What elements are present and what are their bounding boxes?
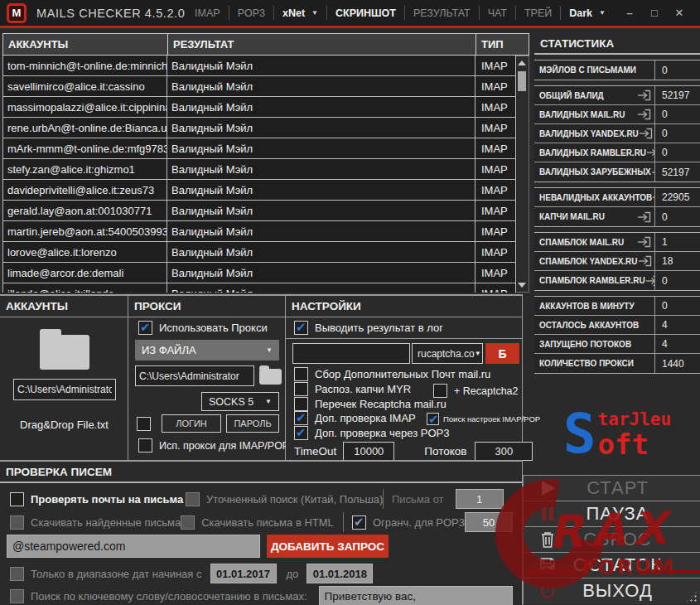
recaptcha2-checkbox[interactable] xyxy=(433,384,447,398)
stat-row: КАПЧИ MAIL.RU0 xyxy=(534,207,700,226)
imap-settings-search-checkbox[interactable] xyxy=(427,413,439,425)
add-query-button[interactable]: ДОБАВИТЬ ЗАПРОС xyxy=(267,535,389,558)
scrollbar-thumb[interactable] xyxy=(518,71,526,91)
table-row[interactable]: stefy.zan@alice.it:ghizmo1Валидный МэйлI… xyxy=(2,159,516,180)
menu-item-5[interactable]: ЧАТ xyxy=(488,7,507,19)
export-icon[interactable] xyxy=(639,128,653,139)
window-controls: – □ ✕ xyxy=(617,7,692,19)
table-row[interactable]: lorove@alice.it:lorenzoВалидный МэйлIMAP xyxy=(2,242,516,263)
download-html-checkbox[interactable] xyxy=(181,515,195,530)
menu-item-6[interactable]: ТРЕЙ xyxy=(524,7,552,19)
table-row[interactable]: savellimirco@alice.it:cassinoВалидный Мэ… xyxy=(2,76,516,97)
export-icon[interactable] xyxy=(637,211,651,223)
app-title: MAILS CHECKER 4.5.2.0 xyxy=(36,7,185,20)
letters-from-input[interactable] xyxy=(456,489,504,509)
reset-button[interactable]: СБРОС xyxy=(524,526,700,552)
proxy-file-input[interactable] xyxy=(135,365,254,386)
threads-input[interactable] xyxy=(475,442,533,461)
download-found-checkbox[interactable] xyxy=(10,515,24,530)
scroll-down-icon[interactable] xyxy=(516,279,528,291)
titlebar-menu: IMAPPOP3xNet▼СКРИНШОТРЕЗУЛЬТАТЧАТТРЕЙDar… xyxy=(195,6,606,20)
stat-group: АККАУНТОВ В МИНУТУ0ОСТАЛОСЬ АККАУНТОВ4ЗА… xyxy=(534,296,700,374)
minimize-button[interactable]: – xyxy=(617,7,642,19)
cell-account: stefy.zan@alice.it:ghizmo1 xyxy=(3,159,167,179)
pop3-limit-checkbox[interactable] xyxy=(352,515,366,530)
stat-row: ОСТАЛОСЬ АККАУНТОВ4 xyxy=(534,316,700,335)
accounts-path-input[interactable] xyxy=(13,379,116,400)
stat-value: 1440 xyxy=(655,354,700,373)
cell-account: rene.urbAn@t-online.de:Bianca.urba xyxy=(3,118,167,138)
table-row[interactable]: martin.jereb@aon.at:5400503993050Валидны… xyxy=(2,221,516,242)
exit-button[interactable]: ВЫХОД xyxy=(524,578,700,603)
table-row[interactable]: davideprivitelli@alice.it:zeus73Валидный… xyxy=(2,180,516,201)
export-icon[interactable] xyxy=(646,147,655,158)
scroll-up-icon[interactable] xyxy=(516,57,528,69)
export-icon[interactable] xyxy=(638,255,652,267)
menu-item-4[interactable]: РЕЗУЛЬТАТ xyxy=(413,7,471,19)
table-row[interactable]: illando@alice.it:illandoВалидный МэйлIMA… xyxy=(2,283,516,293)
remainder-button[interactable]: ОСТАТОК xyxy=(524,552,700,578)
column-header-result[interactable]: РЕЗУЛЬТАТ xyxy=(168,34,476,55)
keyword-input[interactable] xyxy=(319,586,513,605)
check-mails-label: Проверять почты на письма xyxy=(31,493,183,506)
close-button[interactable]: ✕ xyxy=(667,7,692,19)
table-scrollbar[interactable] xyxy=(516,56,529,293)
divider xyxy=(383,489,384,509)
export-icon[interactable] xyxy=(637,236,651,248)
menu-item-7[interactable]: Dark▼ xyxy=(569,7,606,19)
proxy-auth-checkbox[interactable] xyxy=(137,417,151,431)
cell-account: mArk-mmm@t-online.de:mfg9783dc xyxy=(3,138,167,158)
table-row[interactable]: gerald.lay@aon.at:001030771Валидный Мэйл… xyxy=(2,201,516,221)
use-proxy-checkbox[interactable] xyxy=(138,321,152,335)
table-row[interactable]: rene.urbAn@t-online.de:Bianca.urbaВалидн… xyxy=(2,118,516,138)
column-header-accounts[interactable]: АККАУНТЫ xyxy=(3,34,168,55)
table-row[interactable]: mArk-mmm@t-online.de:mfg9783dcВалидный М… xyxy=(2,138,516,159)
table-row[interactable]: massimopalazzi@alice.it:cippininaВалидны… xyxy=(2,97,516,118)
balance-button[interactable]: Б xyxy=(485,343,519,364)
date-range-checkbox[interactable] xyxy=(10,567,24,581)
menu-item-1[interactable]: POP3 xyxy=(238,7,265,19)
export-icon[interactable] xyxy=(645,275,655,287)
dragdrop-label: Drag&Drop File.txt xyxy=(0,419,128,431)
date-from-input[interactable] xyxy=(210,564,277,583)
captcha-key-input[interactable] xyxy=(292,343,410,364)
captcha-service-select[interactable]: rucaptcha.co ▼ xyxy=(412,343,483,364)
refined-search-checkbox[interactable] xyxy=(186,492,200,506)
proxy-type-select[interactable]: SOCKS 5 ▼ xyxy=(201,392,279,411)
pop3-limit-input[interactable] xyxy=(465,512,513,532)
export-icon[interactable] xyxy=(637,109,651,120)
start-button[interactable]: СТАРТ xyxy=(524,475,700,501)
captcha-recognition-checkbox[interactable] xyxy=(294,382,308,396)
check-mails-checkbox[interactable] xyxy=(10,492,24,506)
cell-account: martin.jereb@aon.at:5400503993050 xyxy=(3,221,167,241)
pop3-check-checkbox[interactable] xyxy=(294,426,308,440)
query-input[interactable] xyxy=(7,535,260,558)
password-button[interactable]: ПАРОЛЬ xyxy=(226,414,279,433)
export-icon[interactable] xyxy=(637,90,651,101)
login-button[interactable]: ЛОГИН xyxy=(162,414,221,433)
keyword-search-checkbox[interactable] xyxy=(10,589,24,603)
folder-icon[interactable] xyxy=(40,335,89,370)
stat-row: ОБЩИЙ ВАЛИД52197 xyxy=(534,86,700,105)
pause-button[interactable]: ПАУЗА xyxy=(524,501,700,526)
table-row[interactable]: limade@arcor.de:demaliВалидный МэйлIMAP xyxy=(2,263,516,283)
cell-account: massimopalazzi@alice.it:cippinina xyxy=(3,97,167,117)
recheck-recaptcha-checkbox[interactable] xyxy=(294,397,308,411)
timeout-input[interactable] xyxy=(343,442,394,461)
column-header-type[interactable]: ТИП xyxy=(476,34,515,55)
menu-item-3[interactable]: СКРИНШОТ xyxy=(336,7,396,19)
proxy-for-imap-checkbox[interactable] xyxy=(138,438,152,453)
imap-check-checkbox[interactable] xyxy=(294,411,308,425)
browse-folder-icon[interactable] xyxy=(259,369,282,385)
date-to-input[interactable] xyxy=(307,564,373,583)
log-output-checkbox[interactable] xyxy=(294,321,308,335)
table-row[interactable]: tom-minnich@t-online.de:minnich18Валидны… xyxy=(2,56,516,76)
proxy-source-select[interactable]: ИЗ ФАЙЛА ▼ xyxy=(135,340,279,361)
cell-account: davideprivitelli@alice.it:zeus73 xyxy=(3,180,167,200)
timeout-label: TimeOut xyxy=(294,445,336,457)
menu-item-2[interactable]: xNet▼ xyxy=(282,7,318,19)
maximize-button[interactable]: □ xyxy=(642,7,667,19)
menu-item-0[interactable]: IMAP xyxy=(195,7,220,19)
collect-extra-mails-checkbox[interactable] xyxy=(294,367,308,381)
pop3-limit-label: Огранч. для POP3 xyxy=(373,516,465,529)
